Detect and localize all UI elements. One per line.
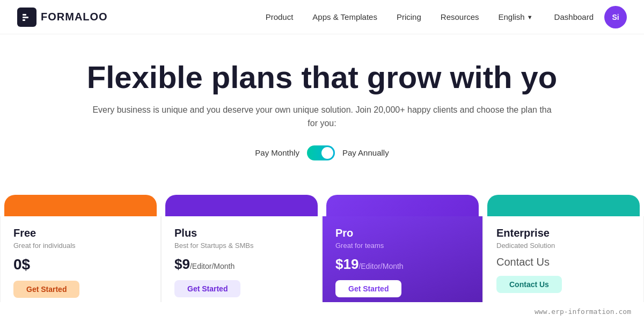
plan-plus-desc: Best for Startups & SMBs bbox=[174, 241, 309, 250]
plan-free: Free Great for individuals 0$ Get Starte… bbox=[0, 195, 161, 302]
nav-apps-templates[interactable]: Apps & Templates bbox=[312, 12, 377, 21]
plan-enterprise-price: Contact Us bbox=[496, 256, 631, 268]
nav-resources[interactable]: Resources bbox=[441, 12, 479, 21]
plan-plus-price: $9/Editor/Month bbox=[174, 256, 309, 273]
plan-free-name: Free bbox=[13, 227, 148, 239]
hero-title: Flexible plans that grow with yo bbox=[17, 60, 627, 94]
card-body-plus: Plus Best for Startups & SMBs $9/Editor/… bbox=[161, 216, 322, 302]
card-tab-pro bbox=[326, 195, 479, 216]
plan-pro-cta[interactable]: Get Started bbox=[335, 280, 401, 297]
plan-free-cta[interactable]: Get Started bbox=[13, 281, 79, 298]
card-body-enterprise: Enterprise Dedicated Solution Contact Us… bbox=[483, 216, 644, 302]
pay-annually-label: Pay Annually bbox=[342, 148, 389, 157]
plan-pro-name: Pro bbox=[335, 227, 470, 239]
nav-product[interactable]: Product bbox=[266, 12, 294, 21]
card-body-pro: Pro Great for teams $19/Editor/Month Get… bbox=[322, 216, 483, 302]
svg-rect-2 bbox=[23, 19, 25, 21]
plan-free-desc: Great for individuals bbox=[13, 241, 148, 250]
signup-button[interactable]: Si bbox=[604, 6, 627, 28]
card-tab-plus bbox=[165, 195, 318, 216]
card-tab-enterprise bbox=[487, 195, 640, 216]
card-tab-free bbox=[4, 195, 157, 216]
plan-enterprise: Enterprise Dedicated Solution Contact Us… bbox=[483, 195, 644, 302]
plan-pro-desc: Great for teams bbox=[335, 241, 470, 250]
plan-enterprise-name: Enterprise bbox=[496, 227, 631, 239]
plan-pro-price: $19/Editor/Month bbox=[335, 256, 470, 273]
pay-monthly-label: Pay Monthly bbox=[255, 148, 299, 157]
plan-enterprise-desc: Dedicated Solution bbox=[496, 241, 631, 250]
billing-toggle-row: Pay Monthly Pay Annually bbox=[17, 145, 627, 160]
plan-plus-name: Plus bbox=[174, 227, 309, 239]
dashboard-link[interactable]: Dashboard bbox=[554, 12, 594, 21]
billing-toggle[interactable] bbox=[307, 145, 335, 160]
nav-language[interactable]: English ▼ bbox=[499, 12, 533, 21]
nav-right: Dashboard Si bbox=[554, 6, 627, 28]
chevron-down-icon: ▼ bbox=[527, 14, 533, 20]
plan-pro: Pro Great for teams $19/Editor/Month Get… bbox=[322, 195, 483, 302]
svg-rect-1 bbox=[23, 17, 28, 18]
pricing-cards: Free Great for individuals 0$ Get Starte… bbox=[0, 195, 644, 302]
plan-plus-cta[interactable]: Get Started bbox=[174, 280, 240, 297]
nav-links: Product Apps & Templates Pricing Resourc… bbox=[266, 12, 533, 21]
hero-subtitle: Every business is unique and you deserve… bbox=[17, 103, 627, 130]
plan-plus: Plus Best for Startups & SMBs $9/Editor/… bbox=[161, 195, 322, 302]
watermark: www.erp-information.com bbox=[535, 308, 631, 316]
nav-pricing[interactable]: Pricing bbox=[397, 12, 421, 21]
hero-section: Flexible plans that grow with yo Every b… bbox=[0, 34, 644, 195]
logo-icon bbox=[17, 8, 36, 27]
logo-text: FORMALOO bbox=[41, 11, 108, 23]
navbar: FORMALOO Product Apps & Templates Pricin… bbox=[0, 0, 644, 34]
logo-area[interactable]: FORMALOO bbox=[17, 8, 108, 27]
card-body-free: Free Great for individuals 0$ Get Starte… bbox=[0, 216, 161, 302]
plan-free-price: 0$ bbox=[13, 256, 148, 273]
svg-rect-0 bbox=[23, 14, 26, 16]
plan-enterprise-cta[interactable]: Contact Us bbox=[496, 276, 562, 293]
